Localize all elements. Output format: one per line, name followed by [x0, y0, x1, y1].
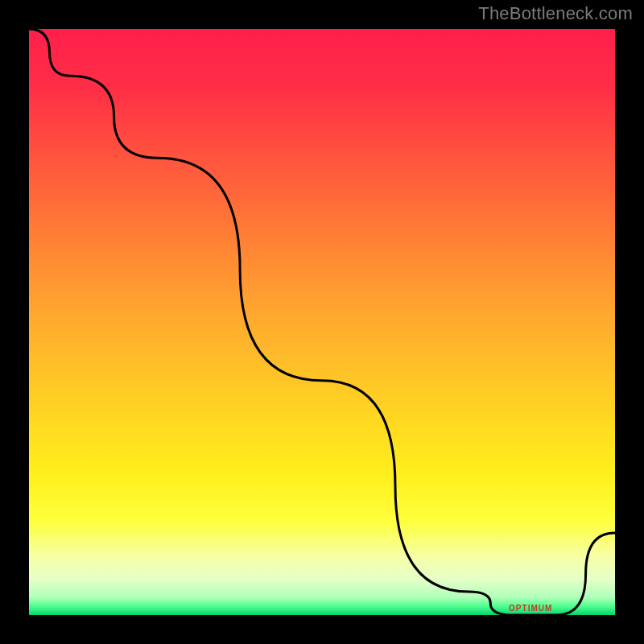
- plot-area: OPTIMUM: [29, 29, 615, 615]
- chart-container: TheBottleneck.com OPTIMUM: [0, 0, 644, 644]
- attribution-text: TheBottleneck.com: [478, 3, 633, 24]
- optimum-label: OPTIMUM: [509, 604, 552, 613]
- bottleneck-curve-line: [29, 29, 615, 615]
- bottleneck-curve-svg: [29, 29, 615, 615]
